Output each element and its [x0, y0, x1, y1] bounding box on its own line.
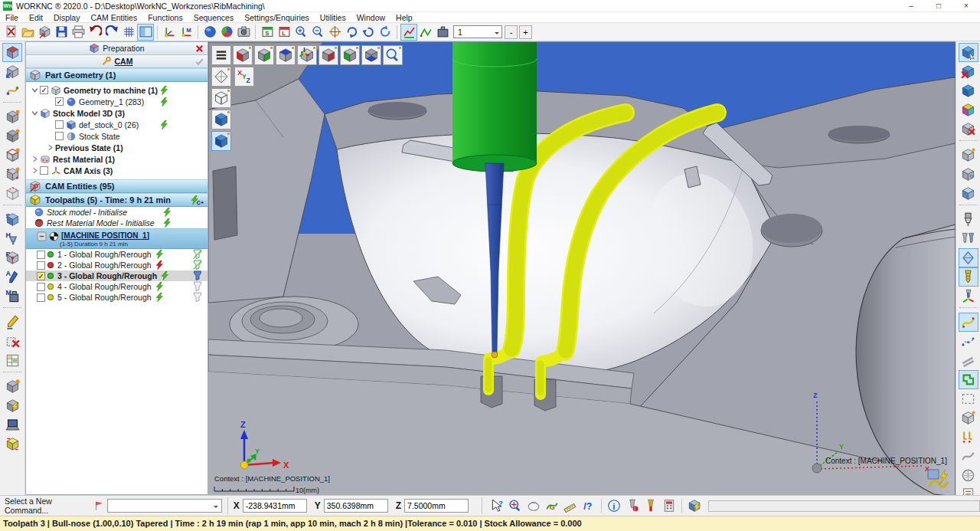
cube-colors-button[interactable]	[959, 100, 978, 120]
menu-window[interactable]: Window	[351, 13, 390, 22]
x-coordinate-input[interactable]	[243, 499, 307, 513]
path-yellow-button[interactable]	[959, 313, 978, 332]
redo-button[interactable]	[103, 24, 120, 41]
tab-cam[interactable]: CAM	[26, 55, 207, 68]
mesh-part-button[interactable]	[959, 408, 978, 428]
axis-ucs-button[interactable]	[161, 24, 178, 41]
xyz-axes-button[interactable]: XYZ	[234, 67, 254, 87]
zoom-target-button[interactable]	[326, 24, 343, 41]
window-red-button[interactable]: L	[276, 24, 292, 41]
tool-axis-button[interactable]	[959, 287, 978, 306]
command-combo[interactable]	[107, 499, 221, 513]
part-grey-button[interactable]	[959, 146, 978, 165]
tab-preparation[interactable]: Preparation	[26, 42, 207, 55]
import-part-button[interactable]	[36, 24, 53, 41]
expand-icon[interactable]	[46, 143, 54, 152]
sim-toolpath-button[interactable]	[417, 24, 434, 41]
zoom-in-button[interactable]	[292, 24, 309, 41]
tool-yellow-button[interactable]	[959, 267, 978, 287]
snapshot-button[interactable]	[235, 24, 252, 41]
wire-cube-button[interactable]	[211, 88, 231, 108]
toolpath-checkbox[interactable]	[37, 272, 45, 280]
rotate-view-2-button[interactable]	[360, 24, 377, 41]
part-bolt-button[interactable]	[2, 396, 22, 415]
menu-display[interactable]: Display	[48, 13, 85, 22]
view-front-button[interactable]	[2, 126, 22, 146]
view-number-combo[interactable]: 1	[453, 25, 502, 38]
expand-icon[interactable]	[31, 155, 39, 163]
contour-green-button[interactable]	[959, 370, 978, 389]
toolpaths-header[interactable]: Toolpaths (5) - Time: 9 h 21 min C+	[26, 193, 207, 207]
toolpath-item-4[interactable]: 2 - Global Rough/Rerough	[26, 260, 207, 270]
toolpath-checkbox[interactable]	[37, 251, 45, 259]
collapse-icon[interactable]	[31, 109, 39, 117]
undo-button[interactable]	[87, 24, 103, 41]
menu-cam-entities[interactable]: CAM Entities	[85, 13, 142, 22]
view-marked-button[interactable]	[2, 165, 22, 184]
path-rails-button[interactable]	[959, 351, 978, 370]
laptop-button[interactable]	[2, 415, 22, 434]
close-button[interactable]: ×	[952, 2, 980, 10]
cube-back-red-button[interactable]	[318, 45, 338, 65]
toolpath-item-7[interactable]: 5 - Global Rough/Rerough	[26, 292, 207, 303]
tree-item-7[interactable]: CAM Axis (3)	[26, 165, 207, 176]
rough-r-button[interactable]: R	[2, 248, 22, 267]
tree-item-0[interactable]: Geometry to machine (1)	[26, 84, 207, 96]
menu-functions[interactable]: Functions	[142, 13, 188, 22]
tool-diamond-button[interactable]	[959, 248, 978, 267]
machine-m-button[interactable]: M	[2, 287, 22, 306]
window-green-button[interactable]: S	[259, 24, 276, 41]
curve-g-button[interactable]: G	[543, 497, 561, 515]
cube-bottom-blue-button[interactable]	[361, 45, 381, 65]
vp-menu-button[interactable]	[211, 45, 231, 65]
minimize-button[interactable]: –	[897, 2, 925, 10]
cube-remove-button[interactable]	[959, 120, 978, 139]
cube-pointer-button[interactable]	[959, 43, 978, 62]
visibility-checkbox[interactable]	[55, 120, 64, 129]
cube-blue-solid-button[interactable]	[211, 110, 231, 129]
view-outline-button[interactable]	[2, 146, 22, 165]
cursor-question-button[interactable]: ?	[488, 497, 506, 515]
info-button[interactable]: i	[605, 497, 623, 515]
menu-utilities[interactable]: Utilities	[315, 13, 351, 22]
toolpath-checkbox[interactable]	[37, 293, 45, 302]
menu-help[interactable]: Help	[390, 13, 418, 22]
machine-position-row[interactable]: [MACHINE POSITION_1](1-5) Duration 9 h 2…	[26, 228, 207, 249]
workzone-bolt-button[interactable]	[685, 497, 704, 515]
tool-anchor-button[interactable]	[642, 497, 660, 515]
tree-item-2[interactable]: Stock Model 3D (3)	[26, 107, 207, 119]
tree-item-4[interactable]: Stock State	[26, 130, 207, 142]
cube-blue-sel-button[interactable]	[211, 131, 231, 151]
collapse-icon[interactable]	[31, 86, 39, 94]
cube-blue-button[interactable]	[959, 81, 978, 100]
view-sphere-button[interactable]	[201, 24, 218, 41]
viewport-layout-button[interactable]	[137, 24, 154, 41]
sim-machine-button[interactable]	[434, 24, 451, 41]
visibility-checkbox[interactable]	[55, 132, 64, 140]
rotate-view-1-button[interactable]	[343, 24, 360, 41]
part-geometry-header[interactable]: Part Geometry (1)	[26, 68, 207, 82]
cube-delete-button[interactable]	[959, 62, 978, 81]
toolpath-item-1[interactable]: Rest Material Model - Initialise	[26, 218, 207, 228]
stock-s-button[interactable]: S	[2, 210, 22, 229]
material-sphere-button[interactable]	[218, 24, 235, 41]
toolpath-item-3[interactable]: 1 - Global Rough/Rerough	[26, 249, 207, 260]
expand-icon[interactable]	[31, 166, 39, 175]
save-button[interactable]	[53, 24, 70, 41]
tree-item-1[interactable]: Geometry_1 (283)	[26, 96, 207, 107]
tool-holder-button[interactable]	[959, 210, 978, 229]
grid-button[interactable]	[120, 24, 137, 41]
holder-h-button[interactable]: H	[2, 229, 22, 248]
cube-back-green-button[interactable]	[340, 45, 360, 65]
maximize-button[interactable]: □	[925, 2, 952, 10]
y-coordinate-input[interactable]	[324, 499, 388, 513]
toolpath-item-0[interactable]: Stock model - Initialise	[26, 207, 207, 218]
tree-item-6[interactable]: Rest Material (1)	[26, 153, 207, 165]
rotate-view-3-button[interactable]	[377, 24, 394, 41]
calculator-button[interactable]	[660, 497, 678, 515]
octahedron-button[interactable]	[211, 67, 231, 87]
visibility-checkbox[interactable]	[40, 166, 48, 175]
cube-top-blue-button[interactable]	[276, 45, 296, 65]
axis-machine-button[interactable]: M	[178, 24, 194, 41]
tree-item-5[interactable]: Previous State (1)	[26, 142, 207, 153]
